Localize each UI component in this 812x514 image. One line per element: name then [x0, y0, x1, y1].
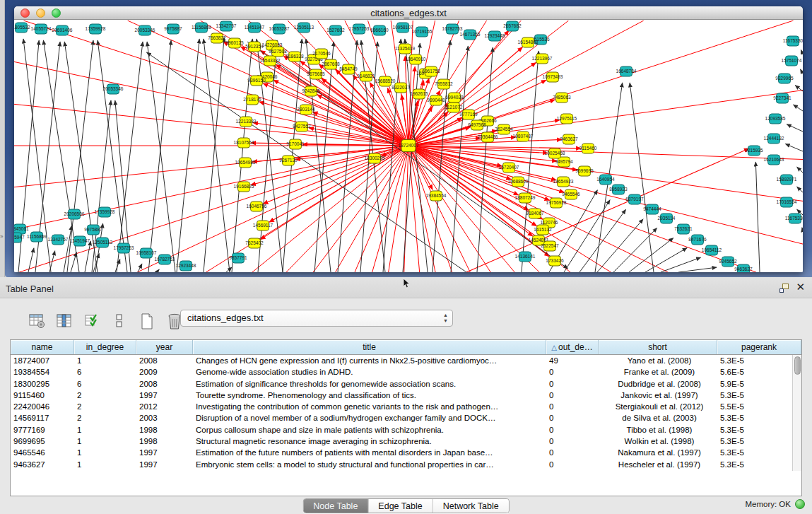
tab-network-table[interactable]: Network Table	[433, 499, 509, 513]
graph-node[interactable]: 8958923	[609, 185, 628, 194]
citation-network-graph[interactable]: 1805532140557242069140617359928200533469…	[14, 21, 803, 272]
graph-node[interactable]: 8322037	[392, 83, 410, 93]
table-row[interactable]: 1938455462009Genome-wide association stu…	[11, 366, 801, 378]
graph-node[interactable]: 1733426	[546, 256, 564, 266]
graph-node[interactable]: 12505113	[294, 23, 314, 33]
graph-node[interactable]: 20053346	[103, 84, 124, 94]
graph-node[interactable]: 1805532	[14, 23, 30, 33]
graph-node[interactable]: 5675685	[307, 69, 325, 79]
graph-node[interactable]: 12213383	[236, 117, 257, 127]
graph-node[interactable]: 9215935	[745, 146, 763, 156]
graph-node[interactable]: 14569117	[253, 221, 273, 230]
graph-node[interactable]: 2803144	[297, 105, 315, 115]
graph-node[interactable]: 9463627	[560, 134, 578, 144]
select-all-columns-button[interactable]	[83, 313, 100, 329]
graph-node[interactable]: 2935114	[658, 214, 676, 223]
graph-node[interactable]: 16210643	[764, 155, 784, 165]
graph-node[interactable]: 9329965	[775, 74, 794, 83]
graph-node[interactable]: 20206506	[64, 209, 85, 219]
graph-node[interactable]: 2718176	[243, 95, 261, 105]
graph-node[interactable]: 9170041	[286, 139, 305, 149]
graph-node[interactable]: 9267130	[279, 156, 298, 165]
graph-node[interactable]: 9146821	[357, 71, 375, 81]
graph-node[interactable]: 10653287	[269, 24, 290, 34]
graph-node[interactable]: 9465546	[562, 189, 580, 199]
graph-node[interactable]: 19166825	[234, 182, 254, 192]
table-select-dropdown[interactable]: citations_edges.txt ▲▼	[180, 310, 453, 327]
graph-node[interactable]: 17957253	[349, 24, 370, 34]
graph-node[interactable]: 6966160	[370, 25, 389, 35]
graph-node[interactable]: 14055724	[31, 24, 52, 34]
scrollbar-thumb[interactable]	[794, 356, 801, 375]
column-header-name[interactable]: name	[11, 340, 74, 354]
graph-node[interactable]: 7485063	[553, 93, 571, 103]
graph-node[interactable]: 12444132	[764, 134, 784, 144]
graph-node[interactable]: 9184067	[526, 209, 544, 218]
table-row[interactable]: 1456911722003Disruption of a novel membe…	[11, 412, 801, 424]
graph-node[interactable]: 6994028	[445, 93, 464, 103]
network-window-titlebar[interactable]: citations_edges.txt	[14, 6, 803, 20]
graph-node[interactable]: 12213967	[532, 54, 553, 64]
graph-node[interactable]: 20053346	[135, 25, 155, 35]
graph-node[interactable]: 17016534	[777, 197, 797, 207]
graph-node[interactable]: 9975887	[164, 24, 182, 34]
graph-node[interactable]: 5912354	[245, 42, 264, 52]
column-header-out_de[interactable]: △out_de…	[546, 340, 599, 354]
tab-node-table[interactable]: Node Table	[303, 499, 368, 513]
graph-node[interactable]: 10958107	[136, 248, 157, 258]
close-panel-icon[interactable]: ✕	[796, 281, 805, 293]
graph-node[interactable]: 1640954	[596, 175, 615, 185]
graph-node[interactable]: 6961758	[422, 66, 440, 76]
column-header-title[interactable]: title	[193, 340, 546, 354]
graph-node[interactable]: 9699695	[575, 166, 594, 176]
network-window[interactable]: citations_edges.txt 18055321405572420691…	[14, 6, 803, 272]
memory-status-indicator[interactable]	[795, 499, 805, 509]
graph-node[interactable]: 11451947	[70, 236, 90, 246]
table-scrollbar[interactable]	[792, 355, 801, 471]
graph-node[interactable]: 18107554	[234, 138, 254, 148]
column-header-pagerank[interactable]: pagerank	[717, 340, 801, 354]
graph-node[interactable]: 15751074	[782, 56, 802, 66]
graph-node[interactable]: 10958107	[393, 23, 413, 33]
graph-node[interactable]: 19756928	[546, 198, 567, 208]
graph-node[interactable]: 15892971	[777, 175, 797, 185]
graph-node[interactable]: 14136141	[515, 252, 536, 262]
table-row[interactable]: 2242004622012Investigating the contribut…	[11, 401, 801, 412]
float-panel-icon[interactable]	[779, 284, 789, 293]
graph-node[interactable]: 10719155	[412, 27, 433, 37]
graph-node[interactable]: 16648784	[616, 66, 637, 76]
graph-node[interactable]: 8427552	[293, 122, 311, 132]
graph-node[interactable]: 12093585	[765, 114, 786, 124]
graph-node[interactable]: 9777169	[459, 110, 478, 119]
graph-node[interactable]: 1121072	[445, 103, 463, 112]
graph-node[interactable]: 2867608	[322, 59, 340, 69]
tab-edge-table[interactable]: Edge Table	[368, 499, 433, 513]
table-row[interactable]: 911546021997Tourette syndrome. Phenomeno…	[11, 390, 801, 401]
graph-node[interactable]: 9245652	[719, 257, 737, 267]
graph-node[interactable]: 20691406	[52, 25, 73, 35]
graph-node[interactable]: 9975887	[84, 225, 102, 235]
graph-node[interactable]: 19654923	[553, 177, 574, 187]
graph-node[interactable]: 18640910	[406, 54, 426, 64]
graph-node[interactable]: 9990448	[427, 95, 445, 105]
table-settings-button[interactable]	[28, 313, 45, 329]
table-row[interactable]: 969969511998Structural magnetic resonanc…	[11, 436, 801, 447]
graph-node[interactable]: 11675330	[783, 36, 803, 46]
graph-node[interactable]: 3624554	[495, 124, 513, 134]
new-table-button[interactable]	[139, 313, 155, 329]
graph-node[interactable]: 12923448	[176, 261, 196, 271]
row-height-button[interactable]	[111, 313, 128, 329]
collapsed-panel-strip[interactable]: »	[0, 0, 5, 277]
graph-node[interactable]: 13342757	[216, 21, 237, 31]
graph-node[interactable]: 8186328	[286, 52, 304, 62]
graph-node[interactable]: 7532621	[674, 224, 693, 234]
column-header-in_degree[interactable]: in_degree	[74, 340, 136, 354]
graph-node[interactable]: 14671355	[460, 30, 481, 40]
table-row[interactable]: 946554611997Estimation of the future num…	[11, 447, 801, 458]
column-header-short[interactable]: short	[599, 340, 717, 354]
show-columns-button[interactable]	[56, 313, 73, 329]
panel-expand-chevron-icon[interactable]: »	[0, 233, 3, 240]
graph-node[interactable]: 2170546	[312, 49, 331, 59]
graph-node[interactable]: 9227341	[773, 93, 792, 103]
graph-node[interactable]: 11675330	[785, 214, 803, 223]
